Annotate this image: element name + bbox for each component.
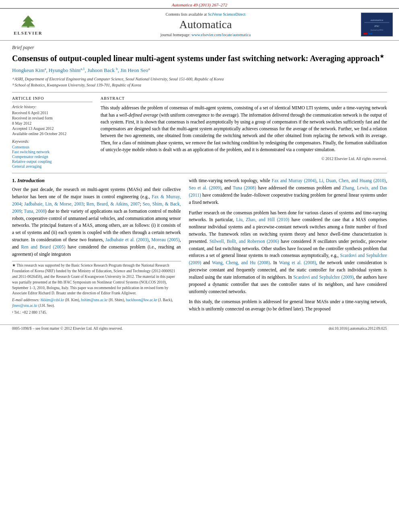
keywords-label: Keywords: (12, 139, 93, 144)
paper-title: Consensus of output-coupled linear multi… (12, 53, 387, 64)
automatica-logo-box: automatica IFAC Journal of IFAC (361, 12, 393, 37)
ref-stilwell: Stilwell, Bollt, and Roberson (2006) (210, 239, 279, 244)
paper-title-text: Consensus of output-coupled linear multi… (12, 54, 380, 63)
ref-tuna: Tuna, 2008 (24, 209, 45, 214)
keyword-2: Fast switching network (12, 150, 93, 154)
section-1-title: 1. Introduction (12, 177, 181, 184)
keywords-section: Keywords: Consensus Fast switching netwo… (12, 139, 93, 168)
title-star: ★ (380, 53, 384, 59)
divider-2 (12, 173, 387, 173)
keyword-5: General averaging (12, 164, 93, 168)
aff-a-seo: a (148, 67, 150, 71)
elsevier-logo-area: ELSEVIER (4, 14, 52, 35)
ref-jadbabaie: Jadbabaie, Lin, & Morse, 2003 (24, 201, 83, 206)
received-date: Received 6 April 2011 (12, 111, 93, 115)
article-info-abstract-section: Article Info Article history: Received 6… (12, 96, 387, 169)
body-columns: 1. Introduction Over the past decade, th… (12, 177, 387, 316)
footer-issn: 0005-1098/$ – see front matter © 2012 El… (12, 327, 123, 331)
email-seo[interactable]: jhseo@snu.ac.kr (12, 304, 37, 308)
automatica-logo-image: automatica IFAC Journal of IFAC (361, 13, 393, 36)
journal-name: Automatica (56, 18, 355, 31)
abstract-column: Abstract This study addresses the proble… (101, 96, 387, 169)
author-back: Juhoon Back (87, 67, 115, 73)
affiliation-b: ᵇ School of Robotics, Kwangwoon Universi… (12, 82, 387, 88)
body-left-column: 1. Introduction Over the past decade, th… (12, 177, 181, 316)
abstract-text: This study addresses the problem of cons… (101, 105, 387, 153)
received-revised-label: Received in revised form (12, 116, 93, 120)
keyword-1: Consensus (12, 145, 93, 149)
right-paragraph-1: with time-varying network topology, whil… (189, 177, 387, 206)
ref-jadbabaie-2003: Jadbabaie et al. (2003) (105, 237, 148, 242)
elsevier-wordmark: ELSEVIER (14, 31, 43, 35)
ref-scardovi-2009: Scardovi and Sephulchre (2009) (293, 275, 354, 279)
affiliations: ᵃ ASRI, Department of Electrical Enginee… (12, 76, 387, 88)
journal-ref-text: Automatica 49 (2013) 267–272 (172, 2, 227, 7)
footnote-tel: ¹ Tel.: +82 2 880 1745. (12, 310, 181, 316)
sciverse-line: Contents lists available at SciVerse Sci… (56, 12, 355, 16)
keyword-4: Relative output coupling (12, 159, 93, 164)
journal-homepage: journal homepage: www.elsevier.com/locat… (56, 33, 355, 37)
history-label: Article history: (12, 105, 93, 109)
aff-a-shim: a,1 (80, 67, 85, 71)
svg-text:Journal of IFAC: Journal of IFAC (370, 29, 384, 31)
ref-fax-murray-r: Fax and Murray (2004) (272, 178, 317, 183)
accepted-date: Accepted 13 August 2012 (12, 126, 93, 131)
ref-wang-2008: Wang et al. (2008) (279, 260, 316, 265)
body-right-column: with time-varying network topology, whil… (189, 177, 387, 316)
keyword-3: Compensator redesign (12, 154, 93, 159)
aff-b-back: b (116, 67, 118, 71)
automatica-logo-area: automatica IFAC Journal of IFAC (359, 12, 395, 37)
ref-ren-beard-2005: Ren and Beard (2005) (21, 244, 65, 249)
svg-rect-9 (368, 33, 372, 35)
email-shim[interactable]: hshim@snu.ac.kr (81, 298, 107, 302)
author-kim: Hongkeun Kim (12, 67, 45, 73)
article-info-header: Article Info (12, 96, 93, 102)
authors-line: Hongkeun Kima, Hyungbo Shima,1, Juhoon B… (12, 67, 387, 74)
svg-text:IFAC: IFAC (374, 25, 380, 27)
affiliation-a: ᵃ ASRI, Department of Electrical Enginee… (12, 76, 387, 82)
right-paragraph-2: Further research on the consensus proble… (189, 210, 387, 296)
footnote-star: ★ This research was supported by the Bas… (12, 263, 181, 296)
paper-type-label: Brief paper (12, 45, 387, 51)
available-date: Available online 26 October 2012 (12, 131, 93, 136)
ref-seo-r: Seo et al. (2009) (189, 185, 222, 190)
footnote-divider (12, 261, 181, 261)
svg-rect-3 (361, 13, 393, 36)
elsevier-tree-icon (18, 14, 38, 30)
ref-liu-zhao: Liu, Zhao, and Hill (2010) (236, 217, 289, 222)
aff-a-kim: a (45, 67, 46, 71)
homepage-link[interactable]: www.elsevier.com/locate/automatica (191, 33, 251, 37)
authors-text: Hongkeun Kima, Hyungbo Shima,1, Juhoon B… (12, 67, 150, 73)
sciverse-link[interactable]: SciVerse ScienceDirect (208, 12, 246, 16)
svg-rect-8 (364, 33, 368, 35)
email-kim[interactable]: hkkim@cdsl.kr (41, 298, 64, 302)
section-1-paragraph-1: Over the past decade, the research on mu… (12, 186, 181, 258)
received-revised-date: 8 May 2012 (12, 121, 93, 125)
history-table: Received 6 April 2011 Received in revise… (12, 111, 93, 136)
section-number: 1. (12, 177, 16, 183)
divider-1 (12, 92, 387, 92)
ref-tuna-r: Tuna (2008) (233, 185, 256, 190)
abstract-header: Abstract (101, 96, 387, 102)
elsevier-logo: ELSEVIER (14, 14, 43, 35)
journal-title-area: Contents lists available at SciVerse Sci… (56, 12, 355, 37)
ref-ren-beard: Ren, Beard, & Atkins, 2007 (86, 201, 140, 206)
ref-li-duan: Li, Duan, Chen, and Huang (2010) (319, 178, 386, 183)
author-seo: Jin Heon Seo (120, 67, 148, 73)
copyright-line: © 2012 Elsevier Ltd. All rights reserved… (101, 156, 387, 161)
svg-marker-1 (21, 16, 35, 27)
page-container: Automatica 49 (2013) 267–272 ELSEVIER Co… (0, 0, 399, 332)
main-content: Brief paper Consensus of output-coupled … (0, 41, 399, 320)
page-footer: 0005-1098/$ – see front matter © 2012 El… (0, 325, 399, 332)
article-info-column: Article Info Article history: Received 6… (12, 96, 93, 169)
author-shim: Hyungbo Shim (49, 67, 80, 73)
journal-reference-bar: Automatica 49 (2013) 267–272 (0, 0, 399, 8)
email-back[interactable]: backhoon@kw.ac.kr (126, 298, 157, 302)
footnote-email: E-mail addresses: hkkim@cdsl.kr (H. Kim)… (12, 298, 181, 309)
footer-doi: doi:10.1016/j.automatica.2012.09.025 (329, 327, 387, 331)
svg-text:automatica: automatica (370, 18, 383, 22)
journal-header: ELSEVIER Contents lists available at Sci… (0, 8, 399, 41)
ref-moreau: Moreau (2005) (151, 237, 179, 242)
right-paragraph-3: In this study, the consensus problem is … (189, 298, 387, 313)
ref-wang-cheng: Wang, Cheng, and Hu (2008) (212, 260, 270, 265)
